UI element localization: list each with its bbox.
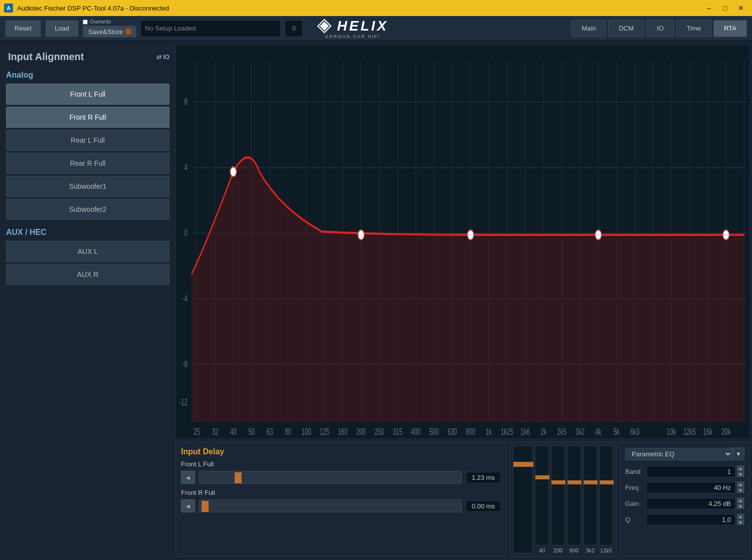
svg-text:16k: 16k [703, 427, 713, 437]
fader-track-main[interactable] [513, 445, 533, 553]
page-title: Input Alignment ⇄ IO [6, 47, 169, 69]
svg-point-78 [723, 230, 729, 240]
delay-minus-btn-2[interactable]: ◀ [181, 499, 195, 512]
svg-point-77 [595, 230, 601, 240]
freq-value[interactable]: 40 Hz [646, 482, 735, 493]
tab-rta[interactable]: RTA [713, 20, 747, 37]
channel-aux-r[interactable]: AUX R [6, 264, 169, 285]
svg-text:500: 500 [429, 427, 439, 437]
q-spinner[interactable]: ▲ ▼ [736, 513, 744, 525]
svg-text:-8: -8 [182, 359, 187, 369]
svg-point-74 [230, 167, 236, 177]
fader-track-12k5[interactable] [599, 445, 613, 545]
save-store-button[interactable]: Save&Store [83, 26, 136, 38]
overwrite-checkbox[interactable] [83, 20, 88, 25]
delay-value-1: 1.23 ms [466, 472, 501, 483]
right-panel: 8 4 0 -4 -8 -12 25 32 40 50 63 80 100 12… [175, 41, 752, 560]
svg-text:2k: 2k [540, 427, 546, 437]
input-delay-panel: Input Delay Front L Full ◀ 1.23 ms Front… [175, 442, 506, 557]
main-content: Input Alignment ⇄ IO Analog Front L Full… [0, 41, 752, 560]
band-spinner[interactable]: ▲ ▼ [736, 465, 744, 477]
delay-slider-row-1: ◀ 1.23 ms [181, 471, 501, 484]
load-button[interactable]: Load [45, 20, 79, 37]
tab-dcm[interactable]: DCM [608, 20, 644, 37]
fader-track-800[interactable] [567, 445, 581, 545]
svg-text:80: 80 [285, 427, 291, 437]
channel-subwoofer1[interactable]: Subwoofer1 [6, 176, 169, 197]
window-title: Audiotec Fischer DSP PC-Tool 4.07a - Dis… [17, 5, 169, 12]
setup-number: 0 [285, 20, 303, 37]
svg-text:400: 400 [411, 427, 421, 437]
eq-chart: 8 4 0 -4 -8 -12 25 32 40 50 63 80 100 12… [175, 44, 750, 439]
svg-text:4k: 4k [595, 427, 601, 437]
freq-spinner[interactable]: ▲ ▼ [736, 481, 744, 493]
svg-text:1k: 1k [486, 427, 492, 437]
fader-label-12k5: 12k5 [600, 547, 612, 553]
fader-label-3k2: 3k2 [586, 547, 595, 553]
svg-text:315: 315 [393, 427, 402, 437]
gain-label: Gain [625, 500, 645, 507]
svg-text:-12: -12 [179, 397, 187, 407]
fader-col-3k2: 3k2 [583, 445, 597, 553]
fader-col-40: 40 [535, 445, 549, 553]
svg-text:20k: 20k [721, 427, 731, 437]
sidebar: Input Alignment ⇄ IO Analog Front L Full… [0, 41, 175, 560]
fader-label-200: 200 [553, 547, 562, 553]
gain-spin-up[interactable]: ▲ [736, 497, 744, 503]
delay-slider-row-2: ◀ 0.00 ms [181, 499, 501, 512]
q-value[interactable]: 1,0 [646, 514, 735, 525]
toolbar: Reset Load Overwrite Save&Store 0 HELIX … [0, 16, 752, 41]
channel-aux-l[interactable]: AUX L [6, 241, 169, 262]
tab-time[interactable]: Time [676, 20, 711, 37]
maximize-button[interactable]: □ [718, 3, 732, 14]
delay-slider-handle-2 [202, 501, 209, 512]
app-icon: A [4, 4, 13, 13]
parametric-eq-dropdown[interactable]: ▼ [732, 447, 744, 460]
channel-front-r-full[interactable]: Front R Full [6, 107, 169, 128]
delay-minus-btn-1[interactable]: ◀ [181, 471, 195, 484]
parametric-eq-select[interactable]: Parametric EQ [625, 448, 732, 460]
overwrite-row: Overwrite [83, 19, 136, 25]
parametric-eq-header: Parametric EQ ▼ [625, 447, 744, 460]
setup-name-input[interactable] [140, 20, 281, 37]
band-label: Band [625, 468, 645, 475]
minimize-button[interactable]: – [702, 3, 716, 14]
delay-slider-2[interactable] [199, 499, 462, 512]
tab-main[interactable]: Main [571, 20, 606, 37]
fader-col-200: 200 [551, 445, 565, 553]
svg-text:630: 630 [448, 427, 457, 437]
fader-label-40: 40 [539, 547, 545, 553]
q-spin-up[interactable]: ▲ [736, 513, 744, 519]
svg-text:8: 8 [184, 96, 187, 106]
freq-spin-down[interactable]: ▼ [736, 487, 744, 493]
svg-text:4: 4 [184, 162, 187, 172]
channel-rear-r-full[interactable]: Rear R Full [6, 153, 169, 174]
gain-value[interactable]: 4,25 dB [646, 498, 735, 509]
fader-track-3k2[interactable] [583, 445, 597, 545]
gain-spinner[interactable]: ▲ ▼ [736, 497, 744, 509]
freq-spin-up[interactable]: ▲ [736, 481, 744, 487]
delay-slider-1[interactable] [199, 471, 462, 484]
helix-diamond-icon [317, 19, 332, 34]
parametric-eq-panel: Parametric EQ ▼ Band 1 ▲ ▼ Freq 40 Hz [620, 442, 750, 557]
close-button[interactable]: ✕ [734, 3, 748, 14]
channel-front-l-full[interactable]: Front L Full [6, 84, 169, 105]
channel-subwoofer2[interactable]: Subwoofer2 [6, 199, 169, 220]
svg-point-75 [358, 230, 364, 240]
gain-spin-down[interactable]: ▼ [736, 503, 744, 509]
channel-rear-l-full[interactable]: Rear L Full [6, 130, 169, 151]
q-spin-down[interactable]: ▼ [736, 519, 744, 525]
fader-track-40[interactable] [535, 445, 549, 545]
fader-track-200[interactable] [551, 445, 565, 545]
svg-text:3k2: 3k2 [576, 427, 585, 437]
band-spin-down[interactable]: ▼ [736, 471, 744, 477]
fader-col-800: 800 [567, 445, 581, 553]
io-arrow-icon[interactable]: ⇄ IO [156, 54, 169, 61]
helix-logo: HELIX GERMAN CAR HIFI [317, 18, 388, 39]
svg-text:6k3: 6k3 [630, 427, 639, 437]
svg-text:2k5: 2k5 [557, 427, 566, 437]
band-value[interactable]: 1 [646, 466, 735, 477]
tab-io[interactable]: IO [646, 20, 674, 37]
reset-button[interactable]: Reset [5, 20, 41, 37]
band-spin-up[interactable]: ▲ [736, 465, 744, 471]
